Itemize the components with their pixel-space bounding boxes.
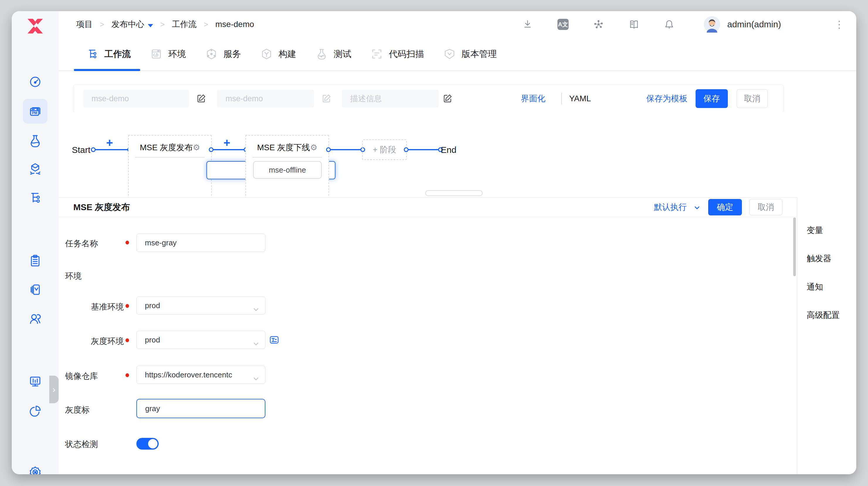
save-button[interactable]: 保存 — [695, 89, 728, 108]
test-icon — [315, 48, 328, 60]
breadcrumb: 项目 > 发布中心 > 工作流 > mse-demo — [76, 11, 254, 39]
stage-card-gray-offline[interactable]: MSE 灰度下线⚙ mse-offline — [245, 135, 329, 197]
stage-settings-icon[interactable]: ⚙ — [310, 143, 317, 152]
docs-icon[interactable] — [628, 19, 640, 30]
canvas-horizontal-scrollbar[interactable] — [425, 190, 483, 196]
panel-scrollbar[interactable] — [793, 218, 796, 276]
connector — [407, 149, 440, 150]
sidebar-item-versions[interactable] — [28, 283, 42, 297]
confirm-button[interactable]: 确定 — [708, 199, 742, 216]
add-job-button[interactable]: + — [106, 137, 113, 148]
mode-ui-toggle[interactable]: 界面化 — [521, 85, 546, 112]
canvas-end-label: End — [441, 145, 456, 155]
image-repo-label: 镜像仓库 — [65, 371, 98, 382]
default-exec-dropdown[interactable]: 默认执行 — [654, 198, 701, 217]
tab-builds[interactable]: 构建 — [260, 48, 296, 60]
user-menu[interactable]: admin(admin) — [727, 11, 781, 37]
download-icon[interactable] — [522, 19, 533, 30]
active-tab-indicator — [74, 69, 140, 71]
required-marker — [125, 338, 129, 342]
nav-notifications[interactable]: 通知 — [807, 281, 823, 293]
code-scan-icon — [371, 48, 383, 60]
mode-yaml-toggle[interactable]: YAML — [569, 85, 591, 112]
gray-env-select[interactable]: prod — [136, 331, 266, 349]
workflow-canvas: Start + MSE 灰度发布⚙ mse-gray + MSE 灰度下线⚙ m… — [59, 112, 856, 197]
tab-code-scan[interactable]: 代码扫描 — [371, 48, 424, 60]
sidebar-item-test[interactable] — [28, 133, 42, 147]
add-stage-button[interactable]: + 阶段 — [362, 139, 407, 160]
stage-card-gray-release[interactable]: MSE 灰度发布⚙ mse-gray — [128, 135, 212, 197]
chevron-down-icon — [252, 336, 260, 344]
base-env-select[interactable]: prod — [136, 296, 266, 315]
kebab-menu-icon[interactable]: ⋮ — [834, 11, 844, 37]
breadcrumb-current: mse-demo — [215, 20, 254, 29]
gray-tag-label: 灰度标 — [65, 404, 90, 416]
sidebar-item-dashboard[interactable] — [28, 75, 42, 89]
panel-cancel-button[interactable]: 取消 — [749, 199, 782, 216]
job-detail-panel: MSE 灰度发布 默认执行 确定 取消 任务名称 mse-gray 环境 基准环… — [59, 197, 797, 474]
sidebar-collapse-handle[interactable]: › — [49, 376, 59, 403]
required-marker — [125, 373, 129, 377]
sidebar-item-projects[interactable]: PM — [28, 104, 42, 118]
version-icon — [443, 48, 456, 60]
tab-version-management[interactable]: 版本管理 — [443, 48, 497, 60]
sidebar-item-plans[interactable] — [28, 254, 42, 268]
avatar[interactable] — [704, 16, 720, 33]
tab-services[interactable]: 服务 — [205, 48, 241, 60]
language-icon[interactable]: A文 — [557, 19, 568, 30]
stage-divider — [135, 157, 205, 158]
connector — [329, 149, 362, 150]
workflow-name-input[interactable]: mse-demo — [83, 90, 189, 107]
tab-tests[interactable]: 测试 — [315, 48, 351, 60]
image-repo-select[interactable]: https://koderover.tencentc — [136, 366, 266, 384]
notifications-icon[interactable] — [663, 19, 675, 30]
gray-tag-input[interactable]: gray — [136, 399, 266, 418]
breadcrumb-dropdown-icon[interactable] — [148, 24, 153, 27]
build-icon — [260, 48, 273, 60]
sidebar-item-users[interactable] — [28, 312, 42, 326]
breadcrumb-project[interactable]: 项目 — [76, 20, 93, 29]
connector — [94, 149, 129, 150]
nav-triggers[interactable]: 触发器 — [807, 253, 831, 264]
workflow-icon — [86, 48, 98, 60]
chevron-down-icon — [252, 302, 260, 310]
stage-divider — [252, 157, 322, 158]
sidebar-item-insights[interactable] — [28, 404, 42, 418]
env-template-icon[interactable] — [269, 335, 279, 345]
status-check-toggle[interactable] — [136, 438, 159, 450]
tab-environments[interactable]: 环境 — [150, 48, 186, 60]
workflow-description-input[interactable]: 描述信息 — [342, 90, 439, 107]
panel-side-nav: 变量 触发器 通知 高级配置 — [797, 197, 856, 474]
save-as-template-link[interactable]: 保存为模板 — [646, 85, 687, 112]
chevron-down-icon — [252, 371, 260, 379]
nav-variables[interactable]: 变量 — [807, 225, 823, 236]
required-marker — [125, 241, 129, 245]
cancel-button[interactable]: 取消 — [737, 89, 768, 108]
stage-settings-icon[interactable]: ⚙ — [193, 143, 200, 152]
breadcrumb-workflow[interactable]: 工作流 — [172, 20, 196, 29]
sidebar-item-delivery[interactable] — [28, 162, 42, 176]
edit-display-name-icon[interactable] — [321, 94, 331, 104]
workflow-display-name-input[interactable]: mse-demo — [217, 90, 314, 107]
breadcrumb-release-center[interactable]: 发布中心 — [112, 20, 144, 29]
env-section-label: 环境 — [65, 270, 82, 282]
left-sidebar: PM — [12, 11, 59, 474]
nav-advanced-config[interactable]: 高级配置 — [807, 310, 840, 321]
edit-description-icon[interactable] — [442, 94, 453, 104]
sidebar-item-hosts[interactable] — [28, 375, 42, 389]
canvas-start-label: Start — [72, 145, 90, 155]
edit-name-icon[interactable] — [196, 94, 206, 104]
integrations-icon[interactable] — [593, 19, 604, 30]
svg-text:PM: PM — [32, 111, 37, 115]
add-job-button[interactable]: + — [223, 137, 230, 148]
job-node-mse-offline[interactable]: mse-offline — [253, 161, 322, 179]
task-name-input[interactable]: mse-gray — [136, 234, 266, 252]
panel-header: MSE 灰度发布 默认执行 确定 取消 — [59, 198, 797, 217]
connector — [212, 149, 245, 150]
sidebar-item-settings[interactable] — [28, 465, 42, 474]
tab-workflows[interactable]: 工作流 — [86, 48, 131, 60]
sidebar-item-workflows[interactable] — [28, 191, 42, 205]
services-icon — [205, 48, 218, 60]
chevron-down-icon — [693, 204, 701, 211]
collapse-chevron-icon: › — [53, 384, 55, 395]
